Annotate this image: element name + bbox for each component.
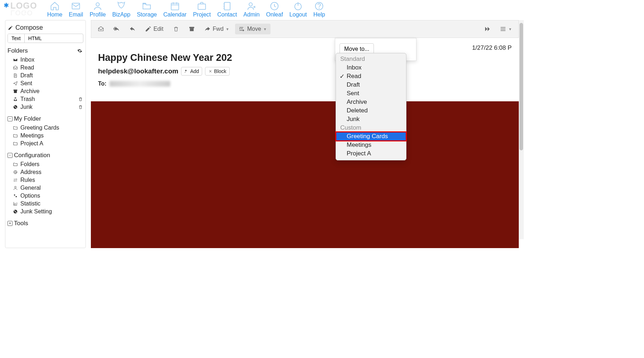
edit-button[interactable]: Edit xyxy=(141,24,167,34)
svg-point-9 xyxy=(319,8,319,8)
config-rules[interactable]: Rules xyxy=(8,176,83,184)
flyout-standard-header: Standard xyxy=(336,55,406,63)
nav-home[interactable]: Home xyxy=(47,1,63,18)
nav-contact[interactable]: Contact xyxy=(217,1,237,18)
nav-logout[interactable]: Logout xyxy=(289,1,307,18)
junk-icon xyxy=(13,104,18,110)
nav-email[interactable]: Email xyxy=(69,1,83,18)
recycle-icon xyxy=(13,96,18,102)
reply-all-button[interactable] xyxy=(110,24,123,34)
config-general[interactable]: General xyxy=(8,184,83,192)
folder-archive[interactable]: Archive xyxy=(8,87,83,95)
custom-folders: Greeting Cards Meetings Project A xyxy=(8,124,83,147)
nav-bizapp[interactable]: BizApp xyxy=(112,1,131,18)
configuration-header[interactable]: −Configuration xyxy=(8,151,83,160)
caret-down-icon: ▼ xyxy=(226,27,229,31)
nav-items: Home Email Profile BizApp Storage Calend… xyxy=(47,1,325,18)
move-flyout-menu: Standard Inbox ✓Read Draft Sent Archive … xyxy=(336,53,406,160)
folder-read[interactable]: Read xyxy=(8,64,83,72)
reply-button[interactable] xyxy=(126,24,139,34)
folder-junk[interactable]: Junk xyxy=(8,103,83,111)
flyout-item-archive[interactable]: Archive xyxy=(336,98,406,106)
svg-point-20 xyxy=(185,70,187,71)
nav-onleaf[interactable]: Onleaf xyxy=(266,1,283,18)
config-folders[interactable]: Folders xyxy=(8,160,83,168)
from-address: helpdesk@lookafter.com xyxy=(98,67,178,75)
trash-icon[interactable] xyxy=(78,96,83,102)
mark-read-button[interactable] xyxy=(94,24,108,34)
compose-text-button[interactable]: Text xyxy=(8,34,24,43)
onleaf-icon xyxy=(269,1,279,11)
tools-header[interactable]: +Tools xyxy=(8,219,83,228)
profile-icon xyxy=(93,1,103,11)
folder-sent[interactable]: Sent xyxy=(8,79,83,87)
admin-icon xyxy=(247,1,257,11)
scrollbar[interactable] xyxy=(519,20,524,239)
message-meta: 1/27/22 6:08 P Happy Chinese New Year 20… xyxy=(91,38,519,91)
draft-icon xyxy=(13,73,18,78)
folder-draft[interactable]: Draft xyxy=(8,72,83,79)
svg-rect-18 xyxy=(189,27,194,28)
folder-greeting-cards[interactable]: Greeting Cards xyxy=(8,124,83,132)
block-contact-button[interactable]: Block xyxy=(205,67,229,76)
config-junk-setting[interactable]: Junk Setting xyxy=(8,208,83,216)
nav-calendar[interactable]: Calendar xyxy=(163,1,186,18)
delete-button[interactable] xyxy=(169,24,183,34)
sent-icon xyxy=(13,81,18,86)
folder-project-a[interactable]: Project A xyxy=(8,140,83,147)
scrollbar-thumb[interactable] xyxy=(519,23,523,150)
config-options[interactable]: Options xyxy=(8,192,83,200)
flyout-item-deleted[interactable]: Deleted xyxy=(336,106,406,115)
flyout-item-inbox[interactable]: Inbox xyxy=(336,63,406,72)
user-icon xyxy=(13,185,18,191)
project-icon xyxy=(197,1,207,11)
flyout-item-sent[interactable]: Sent xyxy=(336,89,406,98)
sidebar: Compose Text HTML Folders Inbox Read Dra… xyxy=(5,20,86,248)
flyout-item-draft[interactable]: Draft xyxy=(336,81,406,89)
archive-button[interactable] xyxy=(185,24,199,34)
at-icon xyxy=(13,169,18,175)
folder-inbox[interactable]: Inbox xyxy=(8,56,83,64)
folder-trash[interactable]: Trash xyxy=(8,95,83,103)
config-address[interactable]: Address xyxy=(8,168,83,176)
svg-point-1 xyxy=(96,3,99,6)
folders-header-label: Folders xyxy=(8,47,28,54)
folder-icon xyxy=(13,161,18,167)
config-statistic[interactable]: Statistic xyxy=(8,200,83,208)
compose-icon xyxy=(8,25,13,31)
standard-folders: Inbox Read Draft Sent Archive Trash Junk xyxy=(8,56,83,111)
compose-html-button[interactable]: HTML xyxy=(24,34,45,43)
chart-icon xyxy=(13,201,18,207)
flyout-custom-header: Custom xyxy=(336,124,406,132)
flyout-item-project-a[interactable]: Project A xyxy=(336,149,406,158)
help-icon xyxy=(314,1,324,11)
content: Edit Fwd▼ Move▼ ▼ Move to... Standard In… xyxy=(91,20,524,248)
nav-storage[interactable]: Storage xyxy=(137,1,157,18)
asterisk-icon: ✱ xyxy=(4,1,9,9)
nav-project[interactable]: Project xyxy=(193,1,211,18)
compose-row[interactable]: Compose xyxy=(8,23,83,34)
compose-label: Compose xyxy=(15,24,43,32)
nav-profile[interactable]: Profile xyxy=(89,1,106,18)
forward-button[interactable]: Fwd▼ xyxy=(201,24,233,34)
folder-meetings[interactable]: Meetings xyxy=(8,132,83,140)
svg-point-13 xyxy=(15,171,16,173)
read-icon xyxy=(13,65,18,71)
my-folder-header[interactable]: −My Folder xyxy=(8,115,83,124)
flyout-item-meetings[interactable]: Meetings xyxy=(336,141,406,149)
gear-icon[interactable] xyxy=(77,48,83,54)
add-contact-button[interactable]: Add xyxy=(181,67,202,76)
gears-icon xyxy=(13,193,18,199)
flyout-item-greeting-cards[interactable]: Greeting Cards xyxy=(336,132,406,141)
nav-admin[interactable]: Admin xyxy=(243,1,259,18)
move-button[interactable]: Move▼ xyxy=(235,24,270,34)
inbox-icon xyxy=(13,57,18,63)
nav-help[interactable]: Help xyxy=(313,1,325,18)
menu-button[interactable]: ▼ xyxy=(496,24,516,34)
next-button[interactable] xyxy=(480,24,494,34)
compose-mode-group: Text HTML xyxy=(8,34,83,43)
flyout-item-read[interactable]: ✓Read xyxy=(336,72,406,81)
flyout-item-junk[interactable]: Junk xyxy=(336,115,406,124)
storage-icon xyxy=(142,1,152,11)
trash-icon[interactable] xyxy=(78,104,83,110)
